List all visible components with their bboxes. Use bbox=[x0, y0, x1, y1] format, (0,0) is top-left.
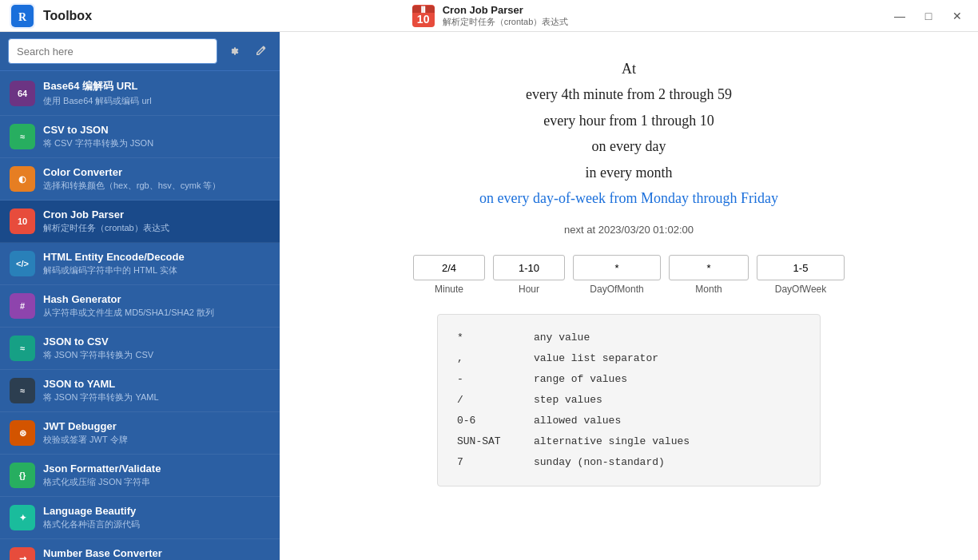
sidebar-subtitle-color: 选择和转换颜色（hex、rgb、hsv、cymk 等） bbox=[43, 180, 221, 192]
cron-ref-desc: step values bbox=[534, 390, 602, 411]
sidebar-item-hash[interactable]: #Hash Generator从字符串或文件生成 MD5/SHA1/SHA2 散… bbox=[0, 285, 280, 328]
title-bar-left: R Toolbox bbox=[10, 3, 92, 29]
cron-field-group-hour: Hour bbox=[493, 255, 565, 295]
sidebar-title-json-yaml: JSON to YAML bbox=[43, 378, 159, 390]
sidebar-icon-json-yaml: ≈ bbox=[10, 378, 35, 403]
cron-title-icon: ▐▌ 10 bbox=[412, 5, 435, 27]
cron-ref-sym: 7 bbox=[457, 452, 521, 473]
cron-ref-row: ,value list separator bbox=[457, 348, 801, 369]
sidebar-subtitle-json-csv: 将 JSON 字符串转换为 CSV bbox=[43, 349, 153, 361]
sidebar-item-numbase[interactable]: ⇄Number Base Converter在二进制、八进制、十进制、十六进制和… bbox=[0, 539, 280, 560]
title-bar-center: ▐▌ 10 Cron Job Parser 解析定时任务（crontab）表达式 bbox=[412, 4, 569, 28]
sidebar-icon-csv-json: ≈ bbox=[10, 124, 35, 149]
sidebar-item-jwt[interactable]: ⊛JWT Debugger校验或签署 JWT 令牌 bbox=[0, 412, 280, 455]
sidebar-title-json-fmt: Json Formatter/Validate bbox=[43, 463, 161, 475]
title-bar: R Toolbox ▐▌ 10 Cron Job Parser 解析定时任务（c… bbox=[0, 0, 978, 32]
window-subtitle: 解析定时任务（crontab）表达式 bbox=[443, 16, 569, 28]
sidebar-item-lang[interactable]: ✦Language Beautify格式化各种语言的源代码 bbox=[0, 497, 280, 539]
sidebar-title-json-csv: JSON to CSV bbox=[43, 336, 153, 348]
cron-field-input-month[interactable] bbox=[669, 255, 749, 280]
cron-field-input-hour[interactable] bbox=[493, 255, 565, 280]
cron-fields: MinuteHourDayOfMonthMonthDayOfWeek bbox=[312, 255, 946, 295]
cron-field-label-month: Month bbox=[695, 284, 722, 295]
sidebar-item-json-csv[interactable]: ≈JSON to CSV将 JSON 字符串转换为 CSV bbox=[0, 328, 280, 370]
cron-field-input-dayofweek[interactable] bbox=[757, 255, 845, 280]
cron-field-label-dayofmonth: DayOfMonth bbox=[590, 284, 643, 295]
cron-ref-row: -range of values bbox=[457, 369, 801, 390]
sidebar-item-json-fmt[interactable]: {}Json Formatter/Validate格式化或压缩 JSON 字符串 bbox=[0, 455, 280, 497]
sidebar-icon-json-csv: ≈ bbox=[10, 336, 35, 361]
cron-ref-sym: - bbox=[457, 369, 521, 390]
sidebar-icon-color: ◐ bbox=[10, 166, 35, 192]
cron-ref-sym: , bbox=[457, 348, 521, 369]
content-area: Atevery 4th minute from 2 through 59ever… bbox=[280, 32, 978, 560]
sidebar-subtitle-lang: 格式化各种语言的源代码 bbox=[43, 518, 140, 530]
close-button[interactable]: ✕ bbox=[946, 5, 968, 27]
sidebar-title-numbase: Number Base Converter bbox=[43, 547, 254, 559]
cron-desc-line: in every month bbox=[312, 160, 946, 185]
sidebar-subtitle-hash: 从字符串或文件生成 MD5/SHA1/SHA2 散列 bbox=[43, 307, 214, 319]
cron-ref-row: /step values bbox=[457, 390, 801, 411]
sidebar-title-html: HTML Entity Encode/Decode bbox=[43, 251, 185, 263]
svg-text:R: R bbox=[18, 11, 27, 23]
sidebar-icon-cron: 10 bbox=[10, 209, 35, 234]
cron-field-group-minute: Minute bbox=[413, 255, 485, 295]
sidebar-icon-hash: # bbox=[10, 293, 35, 319]
cron-ref-sym: * bbox=[457, 328, 521, 348]
sidebar-title-color: Color Converter bbox=[43, 166, 221, 178]
cron-field-group-dayofweek: DayOfWeek bbox=[757, 255, 845, 295]
maximize-button[interactable]: □ bbox=[917, 5, 940, 27]
sidebar-item-color[interactable]: ◐Color Converter选择和转换颜色（hex、rgb、hsv、cymk… bbox=[0, 158, 280, 201]
sidebar-subtitle-csv-json: 将 CSV 字符串转换为 JSON bbox=[43, 137, 153, 149]
sidebar-item-cron[interactable]: 10Cron Job Parser解析定时任务（crontab）表达式 bbox=[0, 201, 280, 243]
search-bar bbox=[0, 32, 280, 71]
sidebar-title-hash: Hash Generator bbox=[43, 293, 214, 305]
sidebar: 64Base64 编解码 URL使用 Base64 解码或编码 url≈CSV … bbox=[0, 32, 280, 560]
cron-desc-line: on every day-of-week from Monday through… bbox=[312, 185, 946, 211]
sidebar-icon-jwt: ⊛ bbox=[10, 420, 35, 446]
settings-icon-button[interactable] bbox=[222, 40, 245, 62]
cron-desc-line: every 4th minute from 2 through 59 bbox=[312, 81, 946, 107]
sidebar-item-json-yaml[interactable]: ≈JSON to YAML将 JSON 字符串转换为 YAML bbox=[0, 370, 280, 412]
cron-description: Atevery 4th minute from 2 through 59ever… bbox=[312, 56, 946, 211]
cron-field-label-minute: Minute bbox=[435, 284, 463, 295]
sidebar-title-jwt: JWT Debugger bbox=[43, 420, 128, 432]
sidebar-subtitle-json-yaml: 将 JSON 字符串转换为 YAML bbox=[43, 391, 159, 403]
sidebar-title-csv-json: CSV to JSON bbox=[43, 124, 153, 136]
cron-ref-desc: alternative single values bbox=[534, 431, 690, 452]
sidebar-subtitle-base64: 使用 Base64 解码或编码 url bbox=[43, 95, 152, 107]
edit-icon-button[interactable] bbox=[249, 40, 272, 62]
sidebar-icon-html: </> bbox=[10, 251, 35, 276]
cron-ref-desc: value list separator bbox=[534, 348, 658, 369]
app-logo: R bbox=[10, 3, 35, 29]
cron-ref-row: *any value bbox=[457, 328, 801, 348]
sidebar-subtitle-json-fmt: 格式化或压缩 JSON 字符串 bbox=[43, 476, 161, 488]
cron-ref-sym: 0-6 bbox=[457, 411, 521, 431]
sidebar-item-html[interactable]: </>HTML Entity Encode/Decode解码或编码字符串中的 H… bbox=[0, 243, 280, 285]
window-controls: — □ ✕ bbox=[889, 5, 968, 27]
minimize-button[interactable]: — bbox=[889, 5, 911, 27]
sidebar-icon-numbase: ⇄ bbox=[10, 547, 35, 560]
sidebar-icon-lang: ✦ bbox=[10, 505, 35, 530]
sidebar-icon-json-fmt: {} bbox=[10, 463, 35, 488]
cron-field-input-minute[interactable] bbox=[413, 255, 485, 280]
cron-reference: *any value,value list separator-range of… bbox=[437, 314, 821, 487]
sidebar-item-base64[interactable]: 64Base64 编解码 URL使用 Base64 解码或编码 url bbox=[0, 71, 280, 116]
window-title: Cron Job Parser bbox=[443, 4, 569, 16]
cron-ref-desc: sunday (non-standard) bbox=[534, 452, 665, 473]
title-bar-text: Cron Job Parser 解析定时任务（crontab）表达式 bbox=[443, 4, 569, 28]
cron-field-label-dayofweek: DayOfWeek bbox=[775, 284, 826, 295]
sidebar-subtitle-html: 解码或编码字符串中的 HTML 实体 bbox=[43, 264, 185, 276]
cron-ref-row: 7sunday (non-standard) bbox=[457, 452, 801, 473]
cron-field-input-dayofmonth[interactable] bbox=[573, 255, 661, 280]
sidebar-icon-base64: 64 bbox=[10, 81, 35, 106]
cron-next-time: next at 2023/03/20 01:02:00 bbox=[312, 224, 946, 236]
cron-desc-line: every hour from 1 through 10 bbox=[312, 108, 946, 133]
sidebar-title-lang: Language Beautify bbox=[43, 505, 140, 517]
sidebar-item-csv-json[interactable]: ≈CSV to JSON将 CSV 字符串转换为 JSON bbox=[0, 116, 280, 158]
cron-field-group-dayofmonth: DayOfMonth bbox=[573, 255, 661, 295]
search-input[interactable] bbox=[8, 38, 217, 64]
cron-desc-line: At bbox=[312, 56, 946, 81]
cron-ref-desc: allowed values bbox=[534, 411, 621, 431]
cron-ref-row: SUN-SATalternative single values bbox=[457, 431, 801, 452]
